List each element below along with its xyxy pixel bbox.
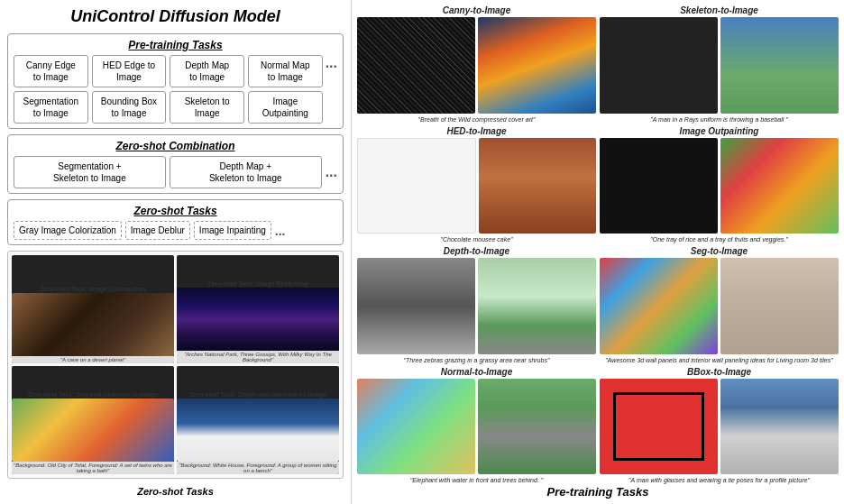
combo-depth-skeleton: Depth Map +Skeleton to Image [170, 156, 322, 188]
section-skeleton-title: Skeleton-to-Image [600, 5, 839, 15]
normal-img-1 [357, 379, 475, 475]
main-title: UniControl Diffusion Model [7, 7, 344, 26]
bbox-img-1 [600, 379, 718, 475]
section-hed-title: HED-to-Image [357, 126, 596, 136]
example-seg-skeleton-caption: "Background: Old City of Tsfat, Foregrou… [12, 462, 174, 474]
task-colorization: Gray Image Colorization [14, 221, 122, 240]
zeroshot-tasks-title: Zero-shot Tasks [14, 205, 337, 217]
zeroshot-combo-section: Zero-shot Combination Segmentation +Skel… [7, 134, 344, 194]
task-canny: Canny Edgeto Image [14, 55, 88, 87]
example-depth-skeleton-label: Zero-shot Task: Depth-and-Skeleton-to-Im… [177, 391, 339, 398]
section-depth: Depth-to-Image "Three zebras grazing in … [357, 246, 596, 363]
bbox-images [600, 379, 839, 475]
right-bottom-label: Pre-training Tasks [357, 485, 839, 499]
zeroshot-tasks-row: Gray Image Colorization Image Deblur Ima… [14, 221, 337, 240]
pretraining-title: Pre-training Tasks [14, 39, 337, 51]
example-depth-skeleton: Zero-shot Task: Depth-and-Skeleton-to-Im… [177, 366, 339, 474]
example-colorization: Zero-shot Task: Image Colorization "A ca… [12, 255, 174, 363]
combo-ellipsis: ... [326, 164, 337, 180]
section-canny: Canny-to-Image "Breath of the Wild compr… [357, 5, 596, 123]
task-grid: Canny Edgeto Image HED Edge toImage Dept… [14, 55, 323, 124]
section-outpaint: Image Outpainting "One tray of rice and … [600, 126, 839, 243]
skeleton-caption: "A man in a Rays uniform is throwing a b… [600, 116, 839, 123]
task-bbox: Bounding Boxto Image [92, 91, 167, 124]
task-outpaint: ImageOutpainting [248, 91, 323, 124]
outpaint-images [600, 138, 839, 234]
hed-img-1 [357, 138, 476, 234]
example-deblur-img [177, 288, 339, 351]
section-bbox-title: BBox-to-Image [600, 367, 839, 377]
section-seg: Seg-to-Image "Awesome 3d wall panels and… [600, 246, 839, 363]
pretraining-ellipsis: ... [326, 55, 337, 71]
pretraining-section: Pre-training Tasks Canny Edgeto Image HE… [7, 33, 344, 129]
normal-caption: "Elephant with water in front and trees … [357, 477, 596, 483]
seg-caption: "Awesome 3d wall panels and interior wal… [600, 357, 839, 363]
seg-img-2 [720, 258, 839, 354]
skeleton-images [600, 17, 839, 114]
hed-caption: "Chocolate mousee cake" [357, 236, 596, 243]
zeroshot-examples: Zero-shot Task: Image Colorization "A ca… [7, 251, 344, 479]
depth-images [357, 258, 596, 354]
depth-img-2 [478, 258, 596, 354]
normal-images [357, 379, 596, 475]
hed-img-2 [479, 138, 596, 234]
zs-ellipsis: ... [275, 224, 286, 238]
section-normal-title: Normal-to-Image [357, 367, 596, 377]
task-seg: Segmentationto Image [14, 91, 88, 124]
bbox-img-2 [720, 379, 839, 475]
task-normal: Normal Mapto Image [248, 55, 323, 87]
example-seg-skeleton-img [12, 399, 174, 462]
example-seg-skeleton: Zero-shot Task: Seg-and-Skeleton-to-Imag… [12, 366, 174, 474]
bbox-caption: "A man with glasses and wearing a tie po… [600, 477, 839, 483]
left-panel: UniControl Diffusion Model Pre-training … [0, 0, 352, 504]
skeleton-img-2 [720, 17, 839, 114]
section-hed: HED-to-Image "Chocolate mousee cake" [357, 126, 596, 243]
canny-img-1 [357, 17, 475, 114]
section-bbox: BBox-to-Image "A man with glasses and we… [600, 367, 839, 484]
seg-img-1 [600, 258, 718, 354]
example-deblur-label: Zero-shot Task: Image Deblurring [177, 280, 339, 287]
example-deblur: Zero-shot Task: Image Deblurring "Arches… [177, 255, 339, 363]
section-outpaint-title: Image Outpainting [600, 126, 839, 136]
task-deblur: Image Deblur [125, 221, 190, 240]
canny-img-2 [478, 17, 596, 114]
depth-caption: "Three zebras grazing in a grassy area n… [357, 357, 596, 363]
task-skeleton: Skeleton toImage [170, 91, 244, 124]
canny-images [357, 17, 596, 114]
example-seg-skeleton-label: Zero-shot Task: Seg-and-Skeleton-to-Imag… [12, 391, 174, 398]
section-normal: Normal-to-Image "Elephant with water in … [357, 367, 596, 484]
task-inpaint: Image Inpainting [194, 221, 271, 240]
hed-images [357, 138, 596, 234]
example-depth-skeleton-img [177, 399, 339, 462]
example-colorization-img [12, 293, 174, 356]
section-canny-title: Canny-to-Image [357, 5, 596, 15]
section-depth-title: Depth-to-Image [357, 246, 596, 256]
canny-caption: "Breath of the Wild compressed cover art… [357, 116, 596, 123]
task-depth: Depth Mapto Image [170, 55, 244, 87]
task-hed: HED Edge toImage [92, 55, 167, 87]
outpaint-img-2 [720, 138, 839, 234]
right-panel: Canny-to-Image "Breath of the Wild compr… [352, 0, 844, 504]
seg-images [600, 258, 839, 354]
outpaint-caption: "One tray of rice and a tray of fruits a… [600, 236, 839, 243]
section-seg-title: Seg-to-Image [600, 246, 839, 256]
example-deblur-caption: "Arches National Park, Three Gossips, Wi… [177, 351, 339, 363]
depth-img-1 [357, 258, 475, 354]
section-skeleton: Skeleton-to-Image "A man in a Rays unifo… [600, 5, 839, 123]
zeroshot-tasks-section: Zero-shot Tasks Gray Image Colorization … [7, 199, 344, 245]
combo-seg-skeleton: Segmentation +Skeleton to Image [14, 156, 166, 188]
zeroshot-combo-title: Zero-shot Combination [14, 140, 337, 152]
outpaint-img-1 [600, 138, 718, 234]
normal-img-2 [478, 379, 596, 475]
example-colorization-caption: "A cave on a desert planet" [12, 356, 174, 363]
example-colorization-label: Zero-shot Task: Image Colorization [12, 286, 174, 292]
left-bottom-label: Zero-shot Tasks [7, 486, 344, 497]
skeleton-img-1 [600, 17, 718, 114]
example-depth-skeleton-caption: "Background: White House, Foreground: A … [177, 462, 339, 474]
